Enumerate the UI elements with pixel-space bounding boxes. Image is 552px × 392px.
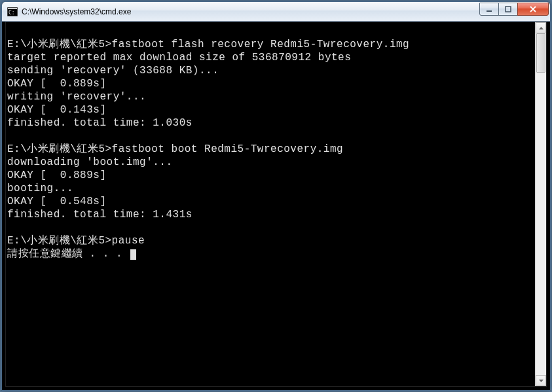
scroll-track[interactable] — [536, 33, 546, 375]
close-button[interactable] — [517, 3, 549, 16]
scroll-thumb[interactable] — [536, 33, 545, 73]
svg-rect-3 — [487, 10, 492, 12]
window-title: C:\Windows\system32\cmd.exe — [22, 7, 480, 16]
titlebar[interactable]: C: C:\Windows\system32\cmd.exe — [2, 2, 550, 22]
svg-rect-4 — [506, 7, 511, 12]
vertical-scrollbar[interactable] — [535, 22, 546, 386]
terminal-output[interactable]: E:\小米刷機\紅米5>fastboot flash recovery Redm… — [6, 22, 535, 386]
minimize-button[interactable] — [479, 3, 499, 16]
svg-rect-1 — [8, 8, 17, 9]
cursor — [130, 249, 136, 260]
window-controls — [480, 3, 549, 17]
cmd-window: C: C:\Windows\system32\cmd.exe E:\小米刷機\紅… — [1, 1, 551, 391]
maximize-button[interactable] — [498, 3, 518, 16]
scroll-up-button[interactable] — [536, 22, 546, 33]
cmd-icon: C: — [7, 7, 18, 17]
client-area: E:\小米刷機\紅米5>fastboot flash recovery Redm… — [5, 22, 547, 387]
scroll-down-button[interactable] — [536, 375, 546, 386]
svg-text:C:: C: — [9, 10, 15, 16]
